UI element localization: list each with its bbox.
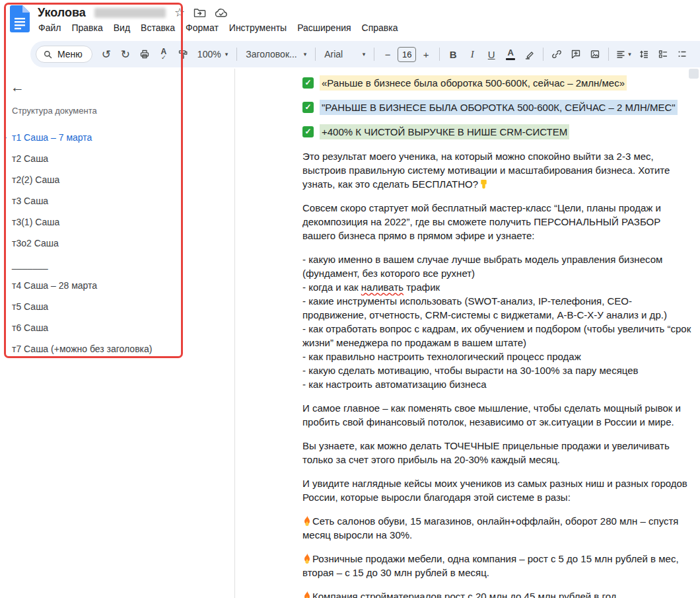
outline-item-label: т2 Саша [12, 153, 48, 164]
case-text: Розничные продажи мебели, одна компания … [302, 553, 679, 578]
toolbar: Меню ↺ ↻ A ✓ 100% ▾ [30, 41, 700, 67]
underline-button[interactable]: U [482, 45, 501, 63]
cloud-status-icon[interactable] [215, 8, 228, 18]
document-title[interactable]: Уколова [38, 6, 86, 20]
case-paragraph: Компания стройматериалов рост с 20 млн д… [302, 589, 696, 598]
outline-item[interactable]: т4 Саша – 28 марта [0, 275, 234, 296]
spellcheck-button[interactable]: A ✓ [155, 45, 173, 63]
document-content: ✓ «Раньше в бизнесе была оборотка 500-60… [235, 69, 700, 598]
list-item: - какие инструменты использовать (SWOT-а… [302, 294, 696, 322]
title-row: Уколова ☆ [38, 4, 228, 21]
paragraph-style-select[interactable]: Заголовок... ▾ [241, 45, 311, 63]
case-text: Сеть салонов обуви, 15 магазинов, онлайн… [302, 515, 678, 541]
underline-icon: U [488, 49, 495, 60]
outline-item-active[interactable]: - т1 Саша – 7 марта [0, 127, 234, 148]
print-button[interactable] [135, 45, 154, 63]
line-spacing-icon [639, 49, 649, 59]
paragraph: И увидите наглядные кейсы моих учеников … [302, 476, 696, 504]
redo-button[interactable]: ↻ [116, 45, 135, 63]
insert-image-button[interactable] [586, 45, 604, 63]
star-icon[interactable]: ☆ [174, 7, 185, 19]
font-family-select[interactable]: Arial ▾ [320, 45, 370, 63]
move-folder-icon[interactable] [193, 7, 206, 19]
document-canvas[interactable]: ✓ «Раньше в бизнесе была оборотка 500-60… [234, 69, 700, 598]
checklist-button[interactable] [654, 45, 672, 63]
chevron-down-icon: ▾ [225, 51, 228, 57]
docs-logo-icon[interactable] [10, 5, 30, 32]
toolbar-divider [315, 48, 316, 61]
font-size-input[interactable]: 16 [398, 47, 416, 62]
undo-button[interactable]: ↺ [97, 45, 116, 63]
undo-icon: ↺ [102, 49, 111, 60]
outline-item[interactable]: _______ [0, 254, 234, 275]
paint-format-button[interactable] [174, 45, 192, 63]
paragraph: Совсем скоро стартует мой бесплатный мас… [302, 201, 696, 243]
bulleted-list-button[interactable] [673, 45, 691, 63]
close-outline-button[interactable]: ← [11, 79, 24, 95]
list-item: - как настроить автоматизацию бизнеса [302, 377, 696, 391]
outline-item[interactable]: т3(1) Саша [0, 211, 234, 233]
chevron-down-icon: ▾ [628, 51, 631, 57]
text-color-icon: A [506, 48, 515, 60]
outline-item-label: т3(1) Саша [12, 217, 59, 227]
search-icon [43, 50, 53, 59]
menu-search-button[interactable]: Меню [36, 46, 92, 63]
menu-insert[interactable]: Вставка [135, 20, 180, 35]
case-paragraph: Розничные продажи мебели, одна компания … [302, 552, 696, 579]
outline-item[interactable]: т3 Саша [0, 190, 234, 211]
outline-item-label: т2(2) Саша [12, 174, 59, 185]
highlighted-text-green: +400% К ЧИСТОЙ ВЫРУЧКЕ В НИШЕ CRM-СИСТЕМ [320, 124, 569, 139]
font-family-value: Arial [324, 49, 343, 59]
add-comment-button[interactable] [567, 45, 585, 63]
paragraph: Вы узнаете, как можно делать ТОЧЕЧНЫЕ пр… [302, 439, 696, 467]
fire-emoji-icon [302, 591, 312, 598]
menu-extensions[interactable]: Расширения [292, 20, 356, 35]
scrollbar-thumb[interactable] [689, 69, 699, 79]
increase-font-size-button[interactable]: + [417, 45, 435, 63]
line-spacing-button[interactable] [635, 45, 653, 63]
zoom-value: 100% [197, 49, 221, 59]
chevron-down-icon: ▾ [363, 51, 366, 57]
redo-icon: ↻ [121, 49, 130, 60]
paragraph-style-value: Заголовок... [246, 49, 297, 59]
bullet-list: - какую именно в вашем случае лучше выбр… [302, 252, 696, 391]
menu-tools[interactable]: Инструменты [224, 20, 292, 35]
outline-item[interactable]: т7 Саша (+можно без заголовка) [0, 338, 234, 359]
outline-item[interactable]: т5 Саша [0, 296, 234, 317]
outline-item[interactable]: т2 Саша [0, 148, 234, 169]
menu-bar: Файл Правка Вид Вставка Формат Инструмен… [33, 20, 403, 35]
point-down-emoji-icon [479, 179, 489, 189]
paragraph-text: Совсем скоро стартует мой бесплатный мас… [302, 202, 661, 241]
plus-icon: + [423, 50, 429, 59]
check-emoji-icon: ✓ [302, 102, 314, 113]
menu-edit[interactable]: Правка [66, 20, 108, 35]
image-icon [590, 49, 600, 59]
paragraph: Это результат моего ученика, на который … [302, 149, 696, 191]
toolbar-divider [608, 48, 609, 61]
menu-view[interactable]: Вид [108, 20, 135, 35]
decrease-font-size-button[interactable]: − [378, 45, 397, 63]
italic-icon: I [471, 49, 474, 60]
outline-item[interactable]: т2(2) Саша [0, 169, 234, 190]
highlighted-line: ✓ "РАНЬШЕ В БИЗНЕСЕ БЫЛА ОБОРОТКА 500-60… [302, 100, 696, 115]
insert-link-button[interactable] [547, 45, 566, 63]
outline-item[interactable]: т6 Саша [0, 317, 234, 338]
outline-list: - т1 Саша – 7 марта т2 Саша т2(2) Саша т… [0, 127, 234, 359]
text-color-button[interactable]: A [501, 45, 520, 63]
bold-button[interactable]: B [444, 45, 462, 63]
highlighter-icon [524, 49, 535, 59]
zoom-select[interactable]: 100% ▾ [193, 45, 232, 63]
menu-file[interactable]: Файл [33, 20, 66, 35]
align-button[interactable]: ▾ [613, 45, 634, 63]
toolbar-divider [439, 48, 440, 61]
list-item: - как отработать вопрос с кадрам, их обу… [302, 322, 696, 350]
menu-help[interactable]: Справка [357, 20, 403, 35]
menu-format[interactable]: Формат [180, 20, 224, 35]
outline-sidebar: ← Структура документа - т1 Саша – 7 март… [0, 69, 234, 598]
italic-button[interactable]: I [463, 45, 481, 63]
paint-roller-icon [178, 49, 188, 59]
bulleted-list-icon [677, 49, 687, 59]
highlight-color-button[interactable] [520, 45, 539, 63]
outline-item[interactable]: т3о2 Саша [0, 233, 234, 254]
main-area: ← Структура документа - т1 Саша – 7 март… [0, 69, 700, 598]
